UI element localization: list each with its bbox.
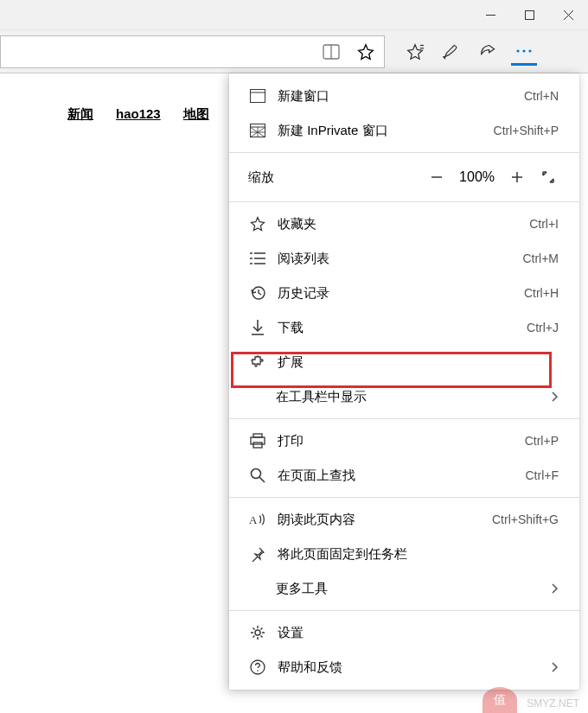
menu-reading-list[interactable]: 阅读列表 Ctrl+M [229, 241, 579, 276]
menu-shortcut: Ctrl+J [527, 321, 559, 334]
menu-new-window[interactable]: 新建窗口 Ctrl+N [229, 79, 579, 113]
menu-zoom: 缩放 100% [229, 157, 579, 197]
menu-label: 历史记录 [278, 285, 524, 302]
menu-label: 收藏夹 [278, 216, 529, 232]
toolbar-icons [385, 39, 537, 65]
minimize-button[interactable] [471, 0, 510, 30]
menu-label: 新建窗口 [278, 88, 524, 105]
page-link[interactable]: 地图 [183, 106, 209, 123]
menu-shortcut: Ctrl+M [522, 251, 559, 265]
menu-help[interactable]: 帮助和反馈 [229, 650, 579, 684]
menu-shortcut: Ctrl+Shift+P [494, 124, 559, 137]
menu-label: 新建 InPrivate 窗口 [278, 123, 494, 139]
chevron-right-icon [552, 392, 559, 402]
reading-list-icon [248, 249, 267, 268]
favorite-star-icon[interactable] [353, 39, 379, 65]
inprivate-icon [248, 121, 267, 140]
read-aloud-icon: A [248, 510, 267, 529]
history-icon [248, 283, 267, 302]
svg-point-8 [516, 49, 519, 52]
menu-print[interactable]: 打印 Ctrl+P [229, 423, 579, 458]
menu-separator [229, 418, 579, 419]
menu-separator [229, 610, 579, 611]
address-bar [0, 30, 588, 73]
menu-find[interactable]: 在页面上查找 Ctrl+F [229, 458, 579, 493]
watermark-text: SMYZ.NET [527, 697, 579, 710]
menu-label: 更多工具 [276, 581, 552, 597]
menu-separator [229, 201, 579, 202]
menu-downloads[interactable]: 下载 Ctrl+J [229, 310, 579, 345]
maximize-button[interactable] [510, 0, 549, 30]
svg-point-30 [252, 469, 261, 479]
svg-text:A: A [249, 513, 258, 526]
menu-pin-taskbar[interactable]: 将此页面固定到任务栏 [229, 537, 579, 571]
web-note-icon[interactable] [438, 39, 464, 65]
window-titlebar [0, 0, 588, 30]
favorites-hub-icon[interactable] [402, 39, 428, 65]
menu-read-aloud[interactable]: A 朗读此页内容 Ctrl+Shift+G [229, 502, 579, 537]
search-icon [248, 466, 267, 485]
page-link[interactable]: 新闻 [67, 106, 93, 123]
share-icon[interactable] [475, 39, 501, 65]
menu-label: 扩展 [278, 354, 559, 371]
svg-rect-29 [253, 442, 262, 448]
svg-rect-11 [251, 90, 265, 103]
extension-icon [248, 353, 267, 372]
menu-separator [229, 152, 579, 153]
svg-rect-1 [526, 10, 534, 19]
svg-point-35 [257, 670, 259, 672]
close-button[interactable] [549, 0, 588, 30]
menu-label: 设置 [278, 625, 559, 641]
menu-settings[interactable]: 设置 [229, 615, 579, 650]
menu-label: 朗读此页内容 [278, 512, 492, 528]
menu-shortcut: Ctrl+Shift+G [492, 512, 559, 526]
menu-shortcut: Ctrl+H [524, 286, 559, 300]
svg-line-31 [259, 477, 265, 482]
svg-point-10 [528, 49, 531, 52]
menu-shortcut: Ctrl+F [526, 468, 559, 482]
reading-view-icon[interactable] [318, 39, 344, 65]
print-icon [248, 431, 267, 450]
menu-label: 在工具栏中显示 [276, 389, 552, 405]
menu-label: 将此页面固定到任务栏 [278, 546, 559, 563]
menu-separator [229, 497, 579, 498]
more-menu-button[interactable] [511, 40, 537, 66]
menu-label: 打印 [278, 433, 525, 449]
fullscreen-button[interactable] [533, 162, 564, 193]
menu-more-tools[interactable]: 更多工具 [229, 571, 579, 606]
svg-point-9 [522, 49, 525, 52]
url-box[interactable] [0, 35, 385, 68]
watermark-badge: 值 [483, 687, 517, 713]
download-icon [248, 318, 267, 337]
menu-show-in-toolbar[interactable]: 在工具栏中显示 [229, 379, 579, 414]
menu-label: 在页面上查找 [278, 468, 526, 484]
gear-icon [248, 623, 267, 642]
help-icon [248, 658, 267, 677]
zoom-value: 100% [452, 169, 502, 185]
menu-shortcut: Ctrl+N [524, 89, 559, 103]
pin-icon [248, 544, 267, 563]
zoom-label: 缩放 [248, 169, 274, 186]
menu-label: 阅读列表 [278, 251, 522, 267]
menu-shortcut: Ctrl+P [525, 434, 559, 448]
window-icon [248, 86, 267, 105]
menu-favorites[interactable]: 收藏夹 Ctrl+I [229, 207, 579, 241]
menu-shortcut: Ctrl+I [529, 217, 559, 231]
svg-point-33 [255, 630, 260, 635]
menu-history[interactable]: 历史记录 Ctrl+H [229, 276, 579, 310]
menu-label: 下载 [278, 320, 527, 336]
chevron-right-icon [552, 662, 559, 672]
menu-extensions[interactable]: 扩展 [229, 345, 579, 379]
page-link[interactable]: hao123 [116, 106, 161, 123]
chevron-right-icon [552, 583, 559, 594]
zoom-in-button[interactable] [502, 162, 533, 193]
menu-new-inprivate[interactable]: 新建 InPrivate 窗口 Ctrl+Shift+P [229, 113, 579, 148]
zoom-out-button[interactable] [421, 162, 452, 193]
settings-menu: 新建窗口 Ctrl+N 新建 InPrivate 窗口 Ctrl+Shift+P… [229, 73, 579, 690]
menu-label: 帮助和反馈 [278, 659, 552, 676]
star-icon [248, 214, 267, 233]
